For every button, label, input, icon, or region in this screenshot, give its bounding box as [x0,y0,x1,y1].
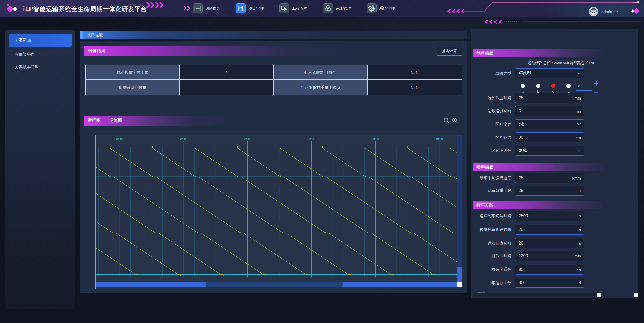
section-title: 线路信息 [476,50,493,56]
page-title: 线路运能 [87,32,103,37]
x-tick-label: 09:00 [372,137,379,140]
field-unit: s [579,227,581,232]
switch-time-label: 道岔转换时间 [473,238,511,248]
field-unit: km [576,135,581,140]
station-slider-track [523,86,569,86]
loading-time-input[interactable]: 25min [515,93,584,103]
station-pass-time-input[interactable]: 5min [515,106,584,116]
train-diagram[interactable]: 05:0006:0007:0008:0009:0010:00 [95,135,462,289]
chevron-down-icon [577,150,581,152]
line-type-select[interactable]: 环线型 [515,68,584,78]
field-value: 20 [519,227,523,232]
section-distance-input[interactable]: 30km [515,132,584,142]
result-label: 年运输箱数上限(个) [274,65,368,80]
x-tick-label: 06:00 [180,137,187,140]
field-value: 复线 [519,148,527,153]
station-dot-c-2[interactable] [551,84,555,88]
tab-operation-diagram[interactable]: 运行图 [87,117,101,125]
nav-project[interactable]: 项目管理 [236,3,264,13]
field-value: c-b [519,122,524,127]
field-value: 80 [519,267,523,272]
tab-capacity-diagram[interactable]: 运能图 [109,117,123,125]
results-table: 线路投放车数上限0年运输箱数上限(个)NaN所需装卸点数量年运输货物重量上限(t… [85,65,462,95]
max-load-input[interactable]: 25t [515,186,584,196]
annual-days-input[interactable]: 300d [515,278,584,288]
diagram-zoom-controls [443,117,458,124]
field-value: 25 [519,176,523,180]
section-header-train-info: 动车信息 [473,163,603,171]
sidebar-item-plan-list[interactable]: 方案列表 [9,34,72,47]
sidebar-item-plan-versions[interactable]: 方案版本管理 [9,62,72,72]
limit-interval-input[interactable]: 20s [515,225,584,235]
nav-bim[interactable]: BIMBIM仿真 [193,3,220,13]
main-panel: 计算结果 点击计算 线路投放车数上限0年运输箱数上限(个)NaN所需装卸点数量年… [80,41,467,293]
daily-work-time-label: 日作业时间 [473,251,511,261]
x-tick-label: 08:00 [308,137,315,140]
x-tick-label: 05:00 [116,137,123,140]
project-icon [236,3,246,13]
results-header: 计算结果 点击计算 [84,46,462,56]
user-menu[interactable]: admin [589,6,619,17]
limit-interval-label: 极限列车间隔时间 [473,225,511,235]
availability-factor-input[interactable]: 80% [515,265,584,275]
header-right-ornament [631,7,640,15]
loading-time-label: 装卸作业时间 [473,93,511,103]
field-unit: km/h [572,176,581,180]
add-station-button[interactable] [593,80,600,87]
remove-station-button[interactable] [593,90,600,96]
tracking-interval-input[interactable]: 2500s [515,211,584,221]
monitor-icon [279,3,289,13]
line-settings-panel: 线路信息 规划线路总长0.265KM当前线路总长kM abca c 动车信息 行… [471,29,638,298]
section-track-count-select[interactable]: 复线 [515,146,584,156]
result-value: 0 [180,65,274,80]
line-type-label: 线路类型 [473,68,511,78]
panel-hscrollbar-handle[interactable] [597,293,601,297]
annual-days-label: 年运行天数 [473,278,511,288]
chevron-down-icon [577,72,581,75]
nav-operations[interactable]: 运维管理 [323,3,351,13]
nav-label: 运维管理 [336,6,351,11]
result-value: NaN [368,80,462,95]
station-pass-time-label: 站场通过时间 [473,106,511,116]
x-tick-label: 10:00 [435,137,443,140]
magnifier-plus-icon[interactable] [452,117,458,124]
avatar [589,7,599,17]
chart-vscrollbar[interactable] [457,135,462,282]
nav-engineering[interactable]: 工程管理 [279,3,308,13]
results-title: 计算结果 [88,48,105,54]
app-logo [6,4,22,13]
panel-scroll-corner[interactable] [634,293,638,297]
daily-work-time-input[interactable]: 1200min [515,251,584,261]
result-label: 所需装卸点数量 [86,80,180,95]
station-dot-a-0[interactable] [521,84,525,88]
chart-scroll-corner [457,282,462,287]
field-value: 25 [519,96,523,100]
nav-system[interactable]: 系统管理 [367,3,395,13]
sidebar-item-project-library[interactable]: 项目资料库 [9,49,72,59]
chart-vscrollbar-thumb[interactable] [457,267,462,282]
magnifier-minus-icon[interactable] [443,117,450,124]
calculate-button[interactable]: 点击计算 [437,47,462,56]
field-value: 20 [519,241,523,246]
result-value [180,80,274,95]
chevron-down-icon [615,11,619,13]
minus-icon [593,90,599,96]
station-dot-b-1[interactable] [536,84,540,88]
avg-speed-input[interactable]: 25km/h [515,173,584,183]
field-value: 25 [519,188,523,193]
switch-time-input[interactable]: 20s [515,238,584,248]
section-setting-select[interactable]: c-b [515,119,584,129]
field-unit: min [575,96,581,100]
station-dot-a-3[interactable] [566,84,571,88]
field-unit: d [579,281,581,285]
page-title-bar: 线路运能 [80,31,467,39]
field-value: 环线型 [519,71,531,76]
line-length-summary: 规划线路总长0.265KM当前线路总长kM [473,61,594,66]
user-name: admin [601,9,612,14]
section-title: 动车信息 [476,164,493,170]
section-distance-label: 区间距离 [473,132,511,142]
panel-hscrollbar[interactable] [473,293,603,296]
result-label: 年运输货物重量上限(t) [274,80,368,95]
bim-icon: BIM [193,3,203,13]
app-header: iLP智能运输系统全生命周期一体化研发平台 BIMBIM仿真项目管理工程管理运维… [0,0,644,17]
